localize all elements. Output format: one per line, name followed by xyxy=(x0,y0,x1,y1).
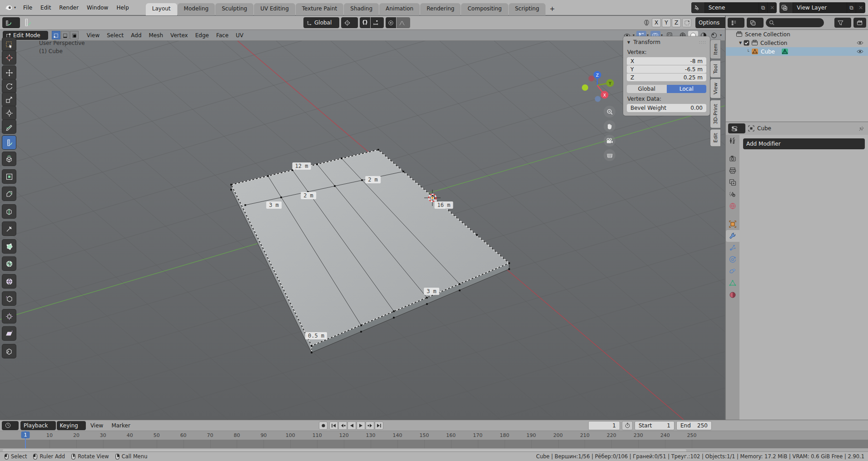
outliner-row-scene-collection[interactable]: Scene Collection xyxy=(726,30,868,39)
menu-render[interactable]: Render xyxy=(55,3,83,12)
timeline-tracks[interactable] xyxy=(0,440,868,448)
scene-selector[interactable]: ▾ Scene ⧉ ✕ xyxy=(691,2,777,13)
expander-icon[interactable]: ▼ xyxy=(737,41,744,45)
play-button[interactable] xyxy=(357,422,365,430)
tool-select-box[interactable] xyxy=(2,38,16,51)
global-button[interactable]: Global xyxy=(627,85,667,93)
snap-toggle[interactable] xyxy=(360,17,370,28)
view-layer-name[interactable]: View Layer xyxy=(793,5,847,11)
timeline-menu-marker[interactable]: Marker xyxy=(108,421,134,430)
frame-start-field[interactable]: Start 1 xyxy=(635,421,675,430)
viewport-menu-vertex[interactable]: Vertex xyxy=(167,31,192,40)
sidebar-tab-tool[interactable]: Tool xyxy=(710,60,720,77)
eye-icon[interactable] xyxy=(857,49,863,54)
jump-start-button[interactable] xyxy=(329,422,338,430)
tool-poly-build[interactable] xyxy=(2,240,16,253)
viewport-menu-mesh[interactable]: Mesh xyxy=(145,31,167,40)
workspace-tab-sculpting[interactable]: Sculpting xyxy=(215,3,253,15)
properties-tab-particles[interactable] xyxy=(726,242,739,254)
add-workspace-button[interactable]: + xyxy=(546,3,559,15)
workspace-tab-layout[interactable]: Layout xyxy=(146,3,177,15)
local-button[interactable]: Local xyxy=(667,85,707,93)
frame-end-field[interactable]: End 250 xyxy=(676,421,712,430)
properties-tab-object[interactable] xyxy=(726,218,739,230)
view-layer-selector[interactable]: ▾ View Layer ⧉ ✕ xyxy=(779,2,865,13)
tool-move[interactable] xyxy=(2,66,16,79)
workspace-tab-rendering[interactable]: Rendering xyxy=(420,3,461,15)
blender-menu-button[interactable]: ▾ xyxy=(2,2,19,14)
pan-hand-button[interactable] xyxy=(604,120,615,132)
timeline-menu-keying[interactable]: Keying▾ xyxy=(57,421,86,430)
viewport-menu-select[interactable]: Select xyxy=(103,31,127,40)
timeline-menu-playback[interactable]: Playback▾ xyxy=(20,421,56,430)
workspace-tab-shading[interactable]: Shading xyxy=(344,3,379,15)
vertex-select-mode-button[interactable] xyxy=(52,31,60,39)
tool-spin[interactable] xyxy=(2,257,16,270)
active-tool-button[interactable]: ▾ xyxy=(2,17,20,28)
outliner-row-collection[interactable]: ▼Collection xyxy=(726,39,868,47)
outliner-item-label[interactable]: Cube xyxy=(761,49,775,55)
prev-keyframe-button[interactable] xyxy=(338,422,347,430)
navigation-gizmo[interactable]: Z Y X xyxy=(582,71,614,102)
new-scene-icon[interactable]: ⧉ xyxy=(759,2,768,13)
vertex-y-field[interactable]: Y-6.5 m xyxy=(627,65,706,73)
menu-edit[interactable]: Edit xyxy=(36,3,55,12)
viewport-menu-face[interactable]: Face xyxy=(213,31,232,40)
viewport-menu-uv[interactable]: UV xyxy=(232,31,247,40)
tool-knife[interactable] xyxy=(2,222,16,235)
sidebar-tab-view[interactable]: View xyxy=(710,79,720,98)
timeline-menu-view[interactable]: View xyxy=(87,421,107,430)
expander-icon[interactable]: └ xyxy=(745,49,751,54)
pin-icon[interactable] xyxy=(858,126,864,132)
unlink-scene-icon[interactable]: ✕ xyxy=(767,2,777,13)
gizmo-neg-y[interactable] xyxy=(582,84,588,91)
viewport-menu-edge[interactable]: Edge xyxy=(192,31,213,40)
play-reverse-button[interactable] xyxy=(347,422,356,430)
outliner-search-input[interactable] xyxy=(766,18,824,27)
drag-handle[interactable]: :::: xyxy=(699,40,706,44)
workspace-tab-scripting[interactable]: Scripting xyxy=(509,3,546,15)
jump-end-button[interactable] xyxy=(375,422,383,430)
workspace-tab-modeling[interactable]: Modeling xyxy=(178,3,215,15)
properties-tab-modifiers[interactable] xyxy=(726,230,739,242)
collapse-icon[interactable]: ▼ xyxy=(627,40,630,44)
mirror-y-button[interactable]: Y xyxy=(662,18,671,27)
tool-rotate[interactable] xyxy=(2,79,16,93)
mirror-x-button[interactable]: X xyxy=(652,18,661,27)
properties-editor-type-button[interactable]: ▾ xyxy=(728,123,745,133)
proportional-editing-toggle[interactable] xyxy=(386,17,396,28)
tool-smooth[interactable] xyxy=(2,275,16,288)
tool-inset-faces[interactable] xyxy=(2,170,16,183)
current-frame-field[interactable]: 1 xyxy=(588,421,620,430)
tool-extrude-region[interactable] xyxy=(2,152,16,166)
collection-checkbox[interactable] xyxy=(744,40,749,46)
options-dropdown[interactable]: Options ▾ xyxy=(695,17,727,28)
properties-tab-world[interactable] xyxy=(726,200,739,212)
vertex-z-field[interactable]: Z0.25 m xyxy=(627,74,706,81)
properties-tab-render[interactable] xyxy=(726,153,739,165)
snap-projection-button[interactable] xyxy=(682,18,691,27)
edge-select-mode-button[interactable] xyxy=(61,31,69,39)
shading-rendered-icon[interactable] xyxy=(709,31,719,40)
tool-edge-slide[interactable] xyxy=(2,292,16,305)
outliner-item-label[interactable]: Collection xyxy=(760,40,787,46)
snap-settings-dropdown[interactable]: ▾ xyxy=(371,17,384,28)
workspace-tab-texture-paint[interactable]: Texture Paint xyxy=(296,3,343,15)
vertex-x-field[interactable]: X-8 m xyxy=(627,57,706,65)
properties-tab-tool[interactable] xyxy=(726,135,739,147)
tool-measure[interactable] xyxy=(2,136,16,149)
3d-viewport[interactable]: Z Y X Edit Mode ▾ xyxy=(0,30,725,420)
face-select-mode-button[interactable] xyxy=(70,31,79,39)
workspace-tab-uv-editing[interactable]: UV Editing xyxy=(254,3,295,15)
scene-name[interactable]: Scene xyxy=(705,5,759,11)
tool-transform[interactable] xyxy=(2,106,16,120)
menu-window[interactable]: Window xyxy=(83,3,112,12)
transform-orientation-dropdown[interactable]: Global ▾ xyxy=(303,17,339,28)
tool-shrink-fatten[interactable] xyxy=(2,309,16,323)
menu-help[interactable]: Help xyxy=(112,3,133,12)
camera-view-button[interactable] xyxy=(604,135,615,147)
properties-tab-output[interactable] xyxy=(726,165,739,177)
outliner-row-cube[interactable]: └Cube xyxy=(726,47,868,56)
next-keyframe-button[interactable] xyxy=(366,422,374,430)
outliner-item-label[interactable]: Scene Collection xyxy=(745,31,790,38)
